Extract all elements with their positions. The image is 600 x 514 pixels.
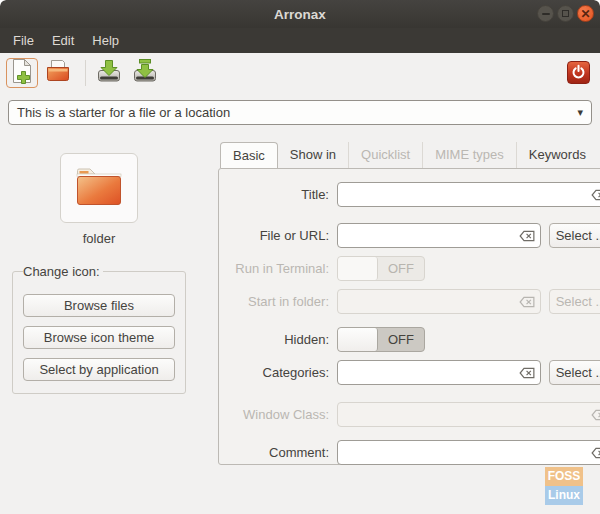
clear-icon[interactable]	[591, 189, 600, 201]
tab-keywords[interactable]: Keywords	[516, 142, 598, 168]
start-in-folder-select-button: Select ...	[549, 289, 600, 314]
file-or-url-input[interactable]	[343, 224, 519, 247]
form-row-file-or-url: File or URL: Select ...	[229, 223, 600, 248]
watermark-bottom: Linux	[545, 486, 583, 505]
start-in-folder-input	[343, 290, 519, 313]
change-icon-legend: Change icon:	[23, 264, 103, 279]
start-in-folder-entry	[337, 289, 541, 314]
window-title: Arronax	[0, 7, 600, 22]
folder-icon	[73, 165, 125, 212]
form-row-start-in-folder: Start in folder: Select ...	[229, 289, 600, 314]
categories-entry[interactable]	[337, 360, 541, 385]
form-row-comment: Comment:	[229, 440, 600, 465]
tab-show-in[interactable]: Show in	[278, 142, 348, 168]
toggle-state: OFF	[378, 257, 424, 280]
save-as-icon	[132, 58, 158, 87]
open-starter-button[interactable]	[42, 58, 74, 88]
window-controls: ✕	[537, 5, 594, 22]
file-or-url-label: File or URL:	[229, 228, 337, 243]
starter-type-combobox[interactable]: This is a starter for a file or a locati…	[8, 100, 592, 125]
comment-entry[interactable]	[337, 440, 600, 465]
minimize-icon	[542, 13, 550, 15]
close-icon: ✕	[580, 8, 590, 20]
power-icon	[571, 64, 586, 82]
tab-quicklist: Quicklist	[348, 142, 422, 168]
start-in-folder-label: Start in folder:	[229, 294, 337, 309]
file-or-url-select-button[interactable]: Select ...	[549, 223, 600, 248]
select-by-application-button[interactable]: Select by application	[23, 358, 175, 381]
main-content: folder Change icon: Browse files Browse …	[0, 131, 600, 465]
foss-linux-watermark: FOSS Linux	[545, 467, 583, 505]
close-button[interactable]: ✕	[577, 5, 594, 22]
tab-bar: Basic Show in Quicklist MIME types Keywo…	[218, 142, 600, 168]
menu-edit[interactable]: Edit	[43, 28, 83, 53]
current-icon-button[interactable]	[60, 153, 138, 223]
save-as-button[interactable]	[129, 58, 161, 88]
clear-icon[interactable]	[591, 447, 600, 459]
toggle-state: OFF	[378, 328, 424, 351]
watermark-top: FOSS	[545, 467, 583, 486]
title-entry[interactable]	[337, 182, 600, 207]
categories-label: Categories:	[229, 365, 337, 380]
save-icon	[96, 58, 122, 87]
toggle-knob	[338, 257, 378, 280]
quit-button[interactable]	[567, 61, 590, 84]
starter-type-value: This is a starter for a file or a locati…	[17, 105, 577, 120]
comment-label: Comment:	[229, 445, 337, 460]
hidden-toggle[interactable]: OFF	[337, 327, 425, 352]
form-row-run-in-terminal: Run in Terminal: OFF	[229, 256, 600, 281]
icon-panel: folder Change icon: Browse files Browse …	[0, 131, 218, 394]
clear-icon	[591, 409, 600, 421]
minimize-button[interactable]	[537, 5, 554, 22]
new-document-icon	[10, 58, 34, 87]
title-label: Title:	[229, 187, 337, 202]
categories-select-button[interactable]: Select ...	[549, 360, 600, 385]
notebook: Basic Show in Quicklist MIME types Keywo…	[218, 131, 600, 465]
browse-icon-theme-button[interactable]: Browse icon theme	[23, 326, 175, 349]
form-row-hidden: Hidden: OFF	[229, 327, 600, 352]
maximize-button[interactable]	[557, 5, 574, 22]
maximize-icon	[562, 10, 569, 17]
form-row-window-class: Window Class:	[229, 402, 600, 427]
menubar: File Edit Help	[0, 28, 600, 53]
toolbar-separator	[85, 60, 86, 86]
clear-icon	[519, 296, 535, 308]
form-row-categories: Categories: Select ...	[229, 360, 600, 385]
chevron-down-icon: ▾	[577, 106, 583, 119]
change-icon-frame: Change icon: Browse files Browse icon th…	[12, 264, 186, 394]
current-icon-name: folder	[60, 231, 138, 246]
run-in-terminal-toggle: OFF	[337, 256, 425, 281]
titlebar: Arronax ✕	[0, 0, 600, 28]
window-class-label: Window Class:	[229, 407, 337, 422]
title-input[interactable]	[343, 183, 591, 206]
file-or-url-entry[interactable]	[337, 223, 541, 248]
comment-input[interactable]	[343, 441, 591, 464]
window-class-input	[343, 403, 591, 426]
save-button[interactable]	[93, 58, 125, 88]
run-in-terminal-label: Run in Terminal:	[229, 261, 337, 276]
clear-icon[interactable]	[519, 230, 535, 242]
categories-input[interactable]	[343, 361, 519, 384]
window-class-entry	[337, 402, 600, 427]
menu-help[interactable]: Help	[83, 28, 128, 53]
browse-files-button[interactable]: Browse files	[23, 294, 175, 317]
arronax-window: Arronax ✕ File Edit Help	[0, 0, 600, 514]
tab-basic[interactable]: Basic	[220, 142, 278, 168]
tab-mime-types: MIME types	[422, 142, 516, 168]
open-folder-icon	[45, 58, 71, 87]
toolbar	[0, 53, 600, 92]
basic-tab-panel: Title: File or URL:	[218, 168, 600, 465]
hidden-label: Hidden:	[229, 332, 337, 347]
clear-icon[interactable]	[519, 367, 535, 379]
form-row-title: Title:	[229, 182, 600, 207]
toggle-knob[interactable]	[338, 328, 378, 351]
menu-file[interactable]: File	[4, 28, 43, 53]
new-starter-button[interactable]	[6, 58, 38, 88]
